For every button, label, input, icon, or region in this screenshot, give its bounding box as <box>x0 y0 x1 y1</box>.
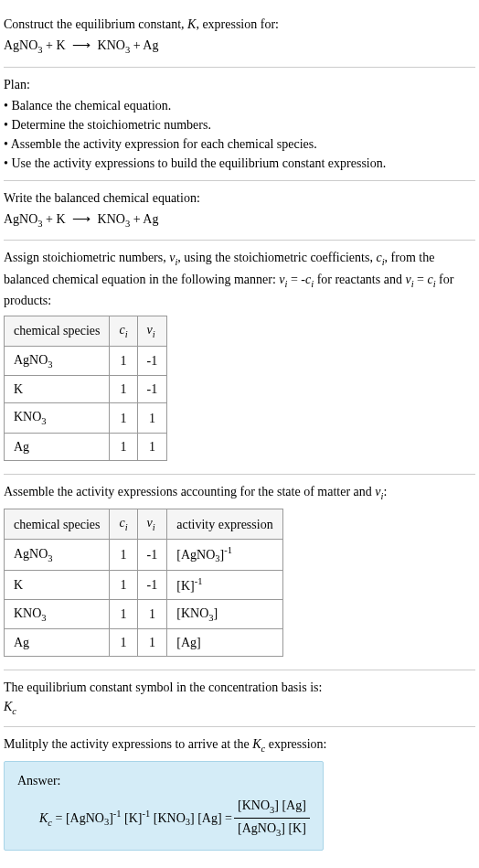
col-ci: ci <box>110 316 137 347</box>
multiply-intro: Mulitply the activity expressions to arr… <box>4 734 475 756</box>
col-vi: νi <box>137 316 167 347</box>
cell-vi: -1 <box>137 571 167 600</box>
col-species: chemical species <box>5 509 110 540</box>
cell-species: KNO3 <box>5 403 110 434</box>
multiply-section: Mulitply the activity expressions to arr… <box>4 727 475 863</box>
table-row: Ag 1 1 [Ag] <box>5 629 283 657</box>
cell-expr: [K]-1 <box>167 571 282 600</box>
cell-species: K <box>5 571 110 600</box>
table-row: Ag 1 1 <box>5 433 167 460</box>
activity-intro: Assemble the activity expressions accoun… <box>4 482 475 504</box>
stoich-table: chemical species ci νi AgNO3 1 -1 K 1 -1… <box>4 316 167 461</box>
prompt-line1: Construct the equilibrium constant, K, e… <box>4 15 475 34</box>
prompt-section: Construct the equilibrium constant, K, e… <box>4 7 475 68</box>
table-header-row: chemical species ci νi <box>5 316 167 347</box>
plan-section: Plan: • Balance the chemical equation. •… <box>4 68 475 181</box>
plan-item: • Balance the chemical equation. <box>4 96 475 115</box>
prompt-equation: AgNO3 + K ⟶ KNO3 + Ag <box>4 36 475 58</box>
col-ci: ci <box>110 509 137 540</box>
table-row: KNO3 1 1 <box>5 403 167 434</box>
cell-ci: 1 <box>110 433 137 460</box>
plan-item: • Determine the stoichiometric numbers. <box>4 115 475 134</box>
symbol-line1: The equilibrium constant symbol in the c… <box>4 678 475 697</box>
cell-vi: 1 <box>137 403 167 434</box>
symbol-line2: Kc <box>4 697 475 719</box>
symbol-section: The equilibrium constant symbol in the c… <box>4 670 475 727</box>
answer-box: Answer: Kc = [AgNO3]-1 [K]-1 [KNO3] [Ag]… <box>4 761 324 850</box>
activity-table: chemical species ci νi activity expressi… <box>4 509 283 657</box>
cell-species: Ag <box>5 433 110 460</box>
col-expr: activity expression <box>167 509 282 540</box>
table-row: K 1 -1 [K]-1 <box>5 571 283 600</box>
cell-ci: 1 <box>110 376 137 403</box>
col-species: chemical species <box>5 316 110 347</box>
cell-vi: 1 <box>137 629 167 657</box>
stoich-section: Assign stoichiometric numbers, νi, using… <box>4 241 475 475</box>
cell-ci: 1 <box>110 599 137 629</box>
table-row: AgNO3 1 -1 [AgNO3]-1 <box>5 539 283 570</box>
cell-vi: 1 <box>137 433 167 460</box>
cell-vi: -1 <box>137 346 167 376</box>
table-row: K 1 -1 <box>5 376 167 403</box>
stoich-intro: Assign stoichiometric numbers, νi, using… <box>4 248 475 310</box>
cell-species: Ag <box>5 629 110 657</box>
cell-species: KNO3 <box>5 599 110 629</box>
cell-expr: [Ag] <box>167 629 282 657</box>
cell-ci: 1 <box>110 346 137 376</box>
table-header-row: chemical species ci νi activity expressi… <box>5 509 283 540</box>
balanced-equation: AgNO3 + K ⟶ KNO3 + Ag <box>4 209 475 231</box>
answer-label: Answer: <box>17 771 310 790</box>
cell-ci: 1 <box>110 403 137 434</box>
fraction-numerator: [KNO3] [Ag] <box>234 796 310 819</box>
cell-expr: [KNO3] <box>167 599 282 629</box>
cell-expr: [AgNO3]-1 <box>167 539 282 570</box>
cell-species: K <box>5 376 110 403</box>
cell-species: AgNO3 <box>5 539 110 570</box>
table-row: AgNO3 1 -1 <box>5 346 167 376</box>
col-vi: νi <box>137 509 167 540</box>
plan-item: • Assemble the activity expression for e… <box>4 134 475 154</box>
cell-species: AgNO3 <box>5 346 110 376</box>
balanced-title: Write the balanced chemical equation: <box>4 188 475 208</box>
fraction: [KNO3] [Ag] [AgNO3] [K] <box>234 796 310 840</box>
cell-ci: 1 <box>110 571 137 600</box>
cell-vi: -1 <box>137 376 167 403</box>
plan-item: • Use the activity expressions to build … <box>4 154 475 173</box>
activity-section: Assemble the activity expressions accoun… <box>4 475 475 671</box>
plan-title: Plan: <box>4 75 475 94</box>
fraction-denominator: [AgNO3] [K] <box>234 819 310 841</box>
table-row: KNO3 1 1 [KNO3] <box>5 599 283 629</box>
answer-expression: Kc = [AgNO3]-1 [K]-1 [KNO3] [Ag] = [KNO3… <box>39 796 310 840</box>
cell-ci: 1 <box>110 629 137 657</box>
cell-vi: 1 <box>137 599 167 629</box>
cell-vi: -1 <box>137 539 167 570</box>
balanced-section: Write the balanced chemical equation: Ag… <box>4 181 475 241</box>
cell-ci: 1 <box>110 539 137 570</box>
